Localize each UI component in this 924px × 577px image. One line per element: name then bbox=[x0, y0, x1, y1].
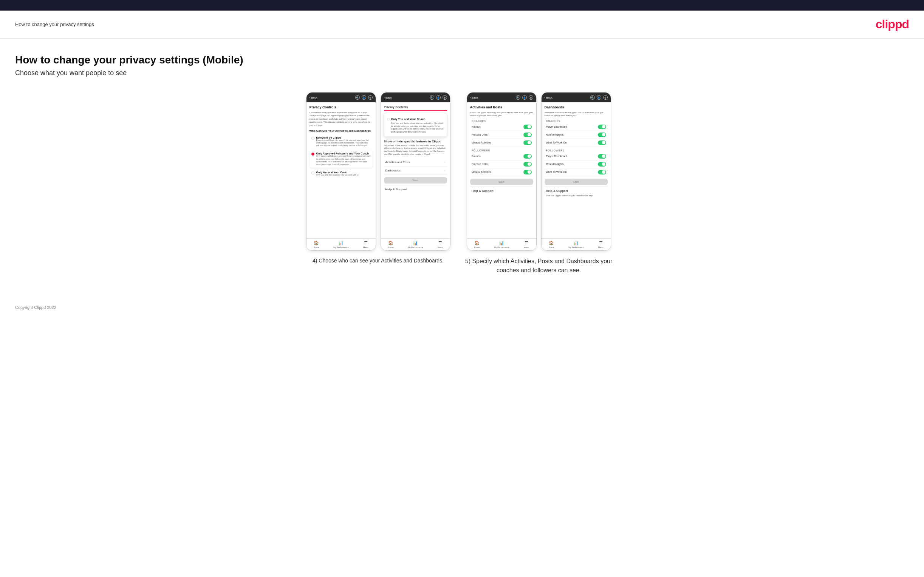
nav-home-1[interactable]: 🏠 Home bbox=[314, 240, 319, 248]
main-content: How to change your privacy settings (Mob… bbox=[0, 39, 924, 298]
menu-icon-3: ☰ bbox=[525, 240, 528, 245]
perf-icon-4: 📊 bbox=[573, 240, 578, 245]
radio-everyone[interactable]: Everyone on Clippd Everyone on Clippd ca… bbox=[310, 134, 373, 149]
phone-1-bottom-nav: 🏠 Home 📊 My Performance ☰ Menu bbox=[307, 238, 376, 250]
phone-2-body: Privacy Controls Only You and Your Coach… bbox=[381, 102, 450, 238]
show-hide-text: Regardless of the privacy controls that … bbox=[384, 144, 447, 156]
phone-1-icons: 🔍 👤 ⚙ bbox=[355, 95, 373, 100]
phone-2-back[interactable]: ‹ Back bbox=[384, 96, 392, 99]
nav-menu-label-1: Menu bbox=[363, 246, 368, 248]
toggle-followers-drills[interactable]: Practice Drills bbox=[470, 161, 533, 168]
settings-icon[interactable]: ⚙ bbox=[368, 95, 373, 100]
phone-4-back[interactable]: ‹ Back bbox=[544, 96, 552, 99]
nav-home-4[interactable]: 🏠 Home bbox=[549, 240, 554, 248]
phone-2-save-btn[interactable]: Save bbox=[384, 177, 447, 184]
phone-4-coaches-label: COACHES bbox=[544, 120, 608, 122]
phone-4-body-text: Select the dashboards that you'd like to… bbox=[544, 111, 608, 118]
phone-3-bottom-nav: 🏠 Home 📊 My Performance ☰ Menu bbox=[467, 238, 536, 250]
phone-3-back[interactable]: ‹ Back bbox=[470, 96, 478, 99]
menu-icon-1: ☰ bbox=[364, 240, 368, 245]
screens-pair-1: ‹ Back 🔍 👤 ⚙ Privacy Controls Control ho… bbox=[306, 92, 451, 251]
toggle-followers-manual[interactable]: Manual Activities bbox=[470, 168, 533, 176]
search-icon-4[interactable]: 🔍 bbox=[590, 95, 595, 100]
toggle-coaches-manual[interactable]: Manual Activities bbox=[470, 139, 533, 147]
radio-only-you[interactable]: Only You and Your Coach Only you and the… bbox=[310, 169, 373, 178]
search-icon[interactable]: 🔍 bbox=[355, 95, 360, 100]
phone-2: ‹ Back 🔍 👤 ⚙ Privacy Controls bbox=[381, 92, 451, 251]
radio-dot-everyone bbox=[312, 137, 314, 140]
toggle-followers-rounds-switch[interactable] bbox=[523, 154, 532, 159]
toggle-coaches-drills-label: Practice Drills bbox=[472, 133, 488, 136]
toggle-followers-work-on[interactable]: What To Work On bbox=[544, 168, 608, 176]
search-icon-3[interactable]: 🔍 bbox=[516, 95, 520, 100]
nav-home-3[interactable]: 🏠 Home bbox=[474, 240, 480, 248]
phone-2-header: ‹ Back 🔍 👤 ⚙ bbox=[381, 92, 450, 102]
nav-menu-4[interactable]: ☰ Menu bbox=[598, 240, 604, 248]
phone-2-back-label: Back bbox=[386, 96, 392, 99]
search-icon-2[interactable]: 🔍 bbox=[430, 95, 434, 100]
nav-perf-1[interactable]: 📊 My Performance bbox=[333, 240, 349, 248]
phone-4-followers-label: FOLLOWERS bbox=[544, 149, 608, 152]
menu-item-activities[interactable]: Activities and Posts bbox=[384, 158, 447, 166]
nav-menu-label-2: Menu bbox=[438, 246, 443, 248]
profile-icon-2[interactable]: 👤 bbox=[436, 95, 441, 100]
settings-icon-4[interactable]: ⚙ bbox=[603, 95, 608, 100]
screenshot-group-2: ‹ Back 🔍 👤 ⚙ Activities and Posts Select… bbox=[460, 92, 618, 275]
profile-icon[interactable]: 👤 bbox=[362, 95, 366, 100]
nav-home-2[interactable]: 🏠 Home bbox=[388, 240, 394, 248]
home-icon-1: 🏠 bbox=[314, 240, 319, 245]
toggle-followers-rounds-label: Rounds bbox=[472, 155, 481, 158]
menu-icon-2: ☰ bbox=[438, 240, 442, 245]
toggle-followers-player-dash-switch[interactable] bbox=[598, 154, 606, 159]
menu-item-dashboards-label: Dashboards bbox=[386, 169, 401, 172]
nav-menu-3[interactable]: ☰ Menu bbox=[524, 240, 529, 248]
nav-perf-3[interactable]: 📊 My Performance bbox=[494, 240, 509, 248]
toggle-coaches-drills[interactable]: Practice Drills bbox=[470, 131, 533, 139]
phone-1-sub-title: Who Can See Your Activities and Dashboar… bbox=[310, 129, 373, 132]
top-bar bbox=[0, 0, 924, 11]
toggle-coaches-rounds[interactable]: Rounds bbox=[470, 123, 533, 131]
toggle-followers-rounds[interactable]: Rounds bbox=[470, 153, 533, 161]
toggle-followers-round-insights[interactable]: Round Insights bbox=[544, 161, 608, 168]
toggle-coaches-manual-switch[interactable] bbox=[523, 140, 532, 145]
home-icon-2: 🏠 bbox=[388, 240, 393, 245]
toggle-coaches-work-on[interactable]: What To Work On bbox=[544, 139, 608, 147]
phone-3-body: Activities and Posts Select the types of… bbox=[467, 102, 536, 238]
phone-3-save-btn[interactable]: Save bbox=[470, 179, 533, 185]
toggle-coaches-round-insights[interactable]: Round Insights bbox=[544, 131, 608, 139]
toggle-followers-manual-switch[interactable] bbox=[523, 170, 532, 174]
toggle-followers-player-dash[interactable]: Player Dashboard bbox=[544, 153, 608, 161]
toggle-coaches-work-on-switch[interactable] bbox=[598, 140, 606, 145]
perf-icon-1: 📊 bbox=[338, 240, 344, 245]
nav-perf-4[interactable]: 📊 My Performance bbox=[569, 240, 583, 248]
popup-title: Only You and Your Coach bbox=[391, 118, 444, 121]
radio-dot-approved bbox=[312, 153, 314, 156]
nav-menu-label-3: Menu bbox=[524, 246, 529, 248]
radio-approved[interactable]: Only Approved Followers and Your Coach O… bbox=[310, 150, 373, 168]
settings-icon-2[interactable]: ⚙ bbox=[443, 95, 447, 100]
phone-4-save-btn[interactable]: Save bbox=[544, 179, 608, 185]
toggle-followers-round-insights-switch[interactable] bbox=[598, 162, 606, 166]
nav-home-label-4: Home bbox=[549, 246, 554, 248]
toggle-coaches-drills-switch[interactable] bbox=[523, 132, 532, 137]
nav-menu-2[interactable]: ☰ Menu bbox=[438, 240, 443, 248]
breadcrumb: How to change your privacy settings bbox=[15, 21, 94, 27]
toggle-followers-work-on-switch[interactable] bbox=[598, 170, 606, 174]
toggle-coaches-player-dash[interactable]: Player Dashboard bbox=[544, 123, 608, 131]
radio-label-everyone: Everyone on Clippd bbox=[316, 136, 371, 139]
toggle-coaches-rounds-switch[interactable] bbox=[523, 125, 532, 129]
toggle-coaches-player-dash-switch[interactable] bbox=[598, 125, 606, 129]
phone-4-section-title: Dashboards bbox=[544, 105, 608, 109]
menu-item-dashboards[interactable]: Dashboards bbox=[384, 166, 447, 175]
nav-perf-label-4: My Performance bbox=[569, 246, 583, 248]
toggle-followers-drills-switch[interactable] bbox=[523, 162, 532, 166]
profile-icon-3[interactable]: 👤 bbox=[522, 95, 527, 100]
toggle-coaches-round-insights-switch[interactable] bbox=[598, 132, 606, 137]
radio-label-only-you: Only You and Your Coach bbox=[316, 171, 359, 174]
nav-perf-2[interactable]: 📊 My Performance bbox=[408, 240, 423, 248]
phone-1-back[interactable]: ‹ Back bbox=[310, 96, 317, 99]
profile-icon-4[interactable]: 👤 bbox=[597, 95, 601, 100]
nav-menu-1[interactable]: ☰ Menu bbox=[363, 240, 368, 248]
perf-icon-2: 📊 bbox=[413, 240, 418, 245]
settings-icon-3[interactable]: ⚙ bbox=[529, 95, 533, 100]
